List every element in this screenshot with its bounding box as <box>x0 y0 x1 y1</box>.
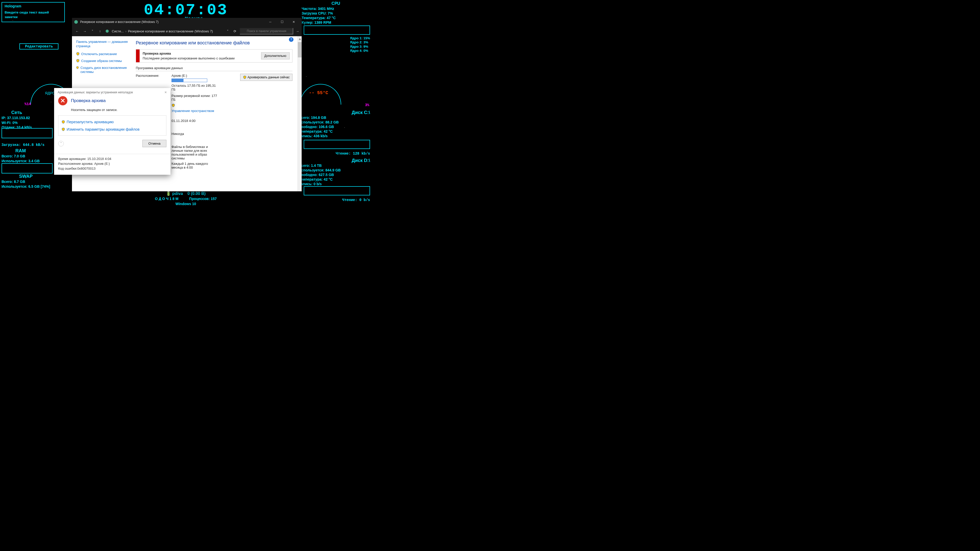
recent-button[interactable]: ˅ <box>90 29 95 33</box>
help-icon[interactable]: ? <box>289 37 293 42</box>
search-input[interactable] <box>240 28 293 35</box>
alert-message: Последнее резервное копирование выполнен… <box>143 56 256 60</box>
backup-content: Файлы в библиотеках и личные папки для в… <box>172 145 212 160</box>
details-button[interactable]: Дополнительно <box>261 52 290 59</box>
net-graph <box>2 128 52 138</box>
location-value: Архив (E:) <box>172 74 218 78</box>
crumb-2[interactable]: Резервное копирование и восстановление (… <box>128 29 213 33</box>
dialog-close-icon[interactable]: ✕ <box>164 91 167 94</box>
sidebar-create-recovery-disk[interactable]: Создать диск восстановления системы <box>76 66 129 75</box>
user-name: 🔋 pdiva 0 (0.00 В) <box>166 191 205 196</box>
cpu-load: Загрузка CPU: 7% <box>302 11 370 16</box>
forward-button[interactable]: → <box>82 29 87 33</box>
restart-backup-link[interactable]: Перезапустить архивацию <box>62 118 163 125</box>
manage-space-link[interactable]: Управление пространством <box>172 109 218 113</box>
disk-d-read: Чтение: 0 b/s <box>342 198 370 202</box>
minimize-button[interactable]: ─ <box>264 18 276 26</box>
gauge-right-temp: -- 55°C <box>309 90 328 95</box>
chevron-up-icon[interactable]: ˄ <box>58 141 64 146</box>
back-button[interactable]: ← <box>75 29 80 33</box>
shield-icon <box>76 52 80 56</box>
dialog-actions: Перезапустить архивацию Изменить парамет… <box>58 115 166 136</box>
shield-icon <box>62 127 65 131</box>
refresh-icon[interactable]: ⟳ <box>232 29 237 33</box>
shield-icon <box>172 103 175 107</box>
dialog-title: Архивация данных: варианты устранения не… <box>58 91 133 94</box>
disk-c-header: Диск C:\ <box>299 110 370 116</box>
net-ip: IP: 37.110.153.82 <box>2 116 32 120</box>
error-icon <box>58 96 67 105</box>
error-dialog: Архивация данных: варианты устранения не… <box>54 88 170 175</box>
scroll-thumb[interactable] <box>298 42 302 57</box>
disk-c-graph <box>304 140 370 149</box>
breadcrumb[interactable]: Систе... › Резервное копирование и восст… <box>112 29 223 33</box>
next-backup-date: 01.11.2018 4:00 <box>172 119 218 123</box>
alert-box: Проверка архива Последнее резервное копи… <box>136 49 293 62</box>
ram-graph <box>2 163 52 173</box>
disk-d-header: Диск D:\ <box>299 158 370 164</box>
detail-time: Время архивации: 15.10.2018 4:04 <box>58 157 166 162</box>
core-2: Ядро 2: 3% <box>350 40 370 44</box>
cpu-fan: Кулер: 1389 RPM <box>302 20 370 25</box>
chevron-right-icon: › <box>125 29 126 33</box>
location-icon <box>105 29 109 33</box>
disk-c-free: Свободно: 106.6 GB <box>299 125 370 129</box>
titlebar[interactable]: Резервное копирование и восстановление (… <box>72 18 302 26</box>
shield-icon <box>62 120 65 124</box>
space-progress <box>172 79 207 82</box>
uptime: О Д О Ч 1 8 М <box>155 197 178 201</box>
disk-d-free: Свободно: 627.5 GB <box>299 173 370 177</box>
disk-d-temp: Температура: 42 °C <box>299 177 370 182</box>
search-go-icon[interactable]: → <box>296 29 299 33</box>
section-header: Программа архивации данных <box>136 66 293 71</box>
edit-button[interactable]: Редактировать <box>19 43 59 49</box>
sidebar-create-image[interactable]: Создание образа системы <box>76 59 129 63</box>
net-load: Загрузка: 644.8 kB/s <box>2 143 45 147</box>
maximize-button[interactable]: ☐ <box>276 18 288 26</box>
disk-d-widget: Диск D:\ Всего: 1.4 TB Используется: 844… <box>299 158 370 186</box>
disk-c-used: Используется: 88.2 GB <box>299 120 370 125</box>
disk-c-widget: Диск C:\ Всего: 194.8 GB Используется: 8… <box>299 110 370 138</box>
scrollbar[interactable]: ▴ <box>298 36 302 191</box>
shield-icon <box>76 66 79 69</box>
disk-d-used: Используется: 844.9 GB <box>299 168 370 173</box>
shield-icon <box>76 59 80 62</box>
cpu-temp: Температура: 47 °C <box>302 16 370 20</box>
core-4: Ядро 4: 0% <box>350 49 370 53</box>
detail-location: Расположение архива: Архив (E:) <box>58 162 166 166</box>
hologram-note[interactable]: Введите сюда текст вашей заметки <box>5 10 62 19</box>
cpu-header: CPU <box>302 1 370 6</box>
disk-d-graph <box>304 186 370 195</box>
space-remaining: Осталось 17,55 ГБ из 195,31 ГБ <box>172 84 218 91</box>
disk-c-read: Чтение: 128 kb/s <box>336 151 370 156</box>
net-wifi: Wi-Fi: 0% <box>2 121 32 125</box>
bottom-bar: 🔋 pdiva 0 (0.00 В) О Д О Ч 1 8 М Процесс… <box>109 191 262 206</box>
window-title: Резервное копирование и восстановление (… <box>80 20 159 24</box>
control-panel-home-link[interactable]: Панель управления — домашняя страница <box>76 40 129 48</box>
crumb-1[interactable]: Систе... <box>112 29 124 33</box>
detail-error-code: Код ошибки:0x80070013 <box>58 166 166 171</box>
alert-indicator <box>136 49 140 62</box>
up-button[interactable]: ↑ <box>97 29 103 33</box>
net-header: Сеть <box>2 110 32 116</box>
change-settings-link[interactable]: Изменить параметры архивации файлов <box>62 125 163 133</box>
ram-total: Всего: 7.0 GB <box>2 154 40 159</box>
backup-now-button[interactable]: Архивировать данные сейчас <box>240 74 293 81</box>
address-dropdown-icon[interactable]: ˅ <box>225 29 230 33</box>
ram-used: Используется: 3.4 GB <box>2 159 40 163</box>
navbar: ← → ˅ ↑ Систе... › Резервное копирование… <box>72 26 302 36</box>
hide-details-toggle[interactable]: Скрыть сведения <box>66 141 93 145</box>
close-button[interactable]: ✕ <box>288 18 300 26</box>
ram-header: RAM <box>2 148 40 154</box>
hologram-title: Hologram <box>5 4 62 8</box>
disk-c-temp: Температура: 42 °C <box>299 129 370 134</box>
swap-widget: SWAP Всего: 8.7 GB Используется: 6.5 GB … <box>2 173 50 189</box>
dialog-heading: Проверка архива <box>71 98 106 103</box>
svg-point-2 <box>106 30 109 33</box>
core-3: Ядро 3: 9% <box>350 44 370 49</box>
sidebar-disable-schedule[interactable]: Отключить расписание <box>76 52 129 56</box>
swap-used: Используется: 6.5 GB [74%] <box>2 184 50 189</box>
svg-point-1 <box>74 20 78 24</box>
backup-size: Размер резервной копии: 177 ГБ <box>172 94 218 102</box>
cancel-button[interactable]: Отмена <box>142 140 166 147</box>
